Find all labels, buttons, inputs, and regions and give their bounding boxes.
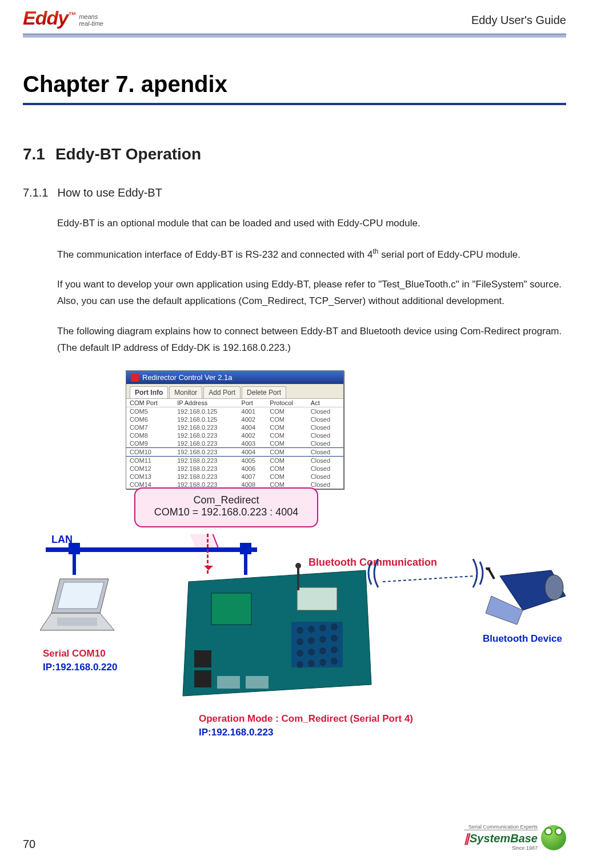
table-header-row: COM Port IP Address Port Protocol Act [126, 399, 343, 407]
svg-point-22 [319, 659, 326, 666]
svg-point-20 [296, 661, 303, 668]
paragraph-4: The following diagram explains how to co… [57, 323, 566, 357]
svg-point-11 [331, 623, 338, 630]
laptop-icon [40, 573, 120, 642]
tab-delete-port[interactable]: Delete Port [242, 386, 286, 398]
bluetooth-device-label: Bluetooth Device [483, 633, 562, 645]
table-row[interactable]: COM8192.168.0.2234002COMClosed [126, 431, 343, 439]
app-icon [131, 374, 139, 382]
antenna-icon [297, 567, 299, 590]
board-ip-label: IP:192.168.0.223 [199, 727, 273, 738]
section-number: 7.1 [23, 145, 45, 163]
svg-point-23 [331, 658, 338, 665]
svg-point-15 [331, 635, 338, 642]
company-since: Since 1987 [464, 845, 538, 851]
svg-point-10 [319, 625, 326, 631]
redirector-window: Redirector Control Ver 2.1a Port InfoMon… [126, 370, 344, 489]
company-name: SystemBase [470, 832, 538, 845]
bluetooth-dongle-icon [486, 567, 571, 630]
product-logo: Eddy™ meansreal-time [23, 7, 103, 29]
svg-point-17 [308, 649, 315, 655]
table-row[interactable]: COM5192.168.0.1254001COMClosed [126, 407, 343, 416]
svg-point-14 [319, 636, 326, 643]
table-row[interactable]: COM12192.168.0.2234006COMClosed [126, 465, 343, 473]
tab-add-port[interactable]: Add Port [203, 386, 241, 398]
svg-line-28 [383, 576, 474, 582]
subsection-heading: 7.1.1How to use Eddy-BT [23, 186, 566, 199]
tab-port-info[interactable]: Port Info [130, 386, 168, 398]
com-redirect-callout: Com_Redirect COM10 = 192.168.0.223 : 400… [134, 487, 318, 527]
redirector-titlebar: Redirector Control Ver 2.1a [126, 371, 343, 384]
svg-marker-1 [57, 582, 104, 609]
table-row[interactable]: COM7192.168.0.2234004COMClosed [126, 423, 343, 431]
redirector-table: COM Port IP Address Port Protocol Act CO… [126, 399, 343, 489]
tab-monitor[interactable]: Monitor [169, 386, 202, 398]
svg-rect-24 [194, 650, 211, 667]
table-row[interactable]: COM6192.168.0.1254002COMClosed [126, 415, 343, 423]
table-row[interactable]: COM11192.168.0.2234005COMClosed [126, 457, 343, 465]
lan-drop-line [73, 552, 76, 575]
svg-point-8 [296, 627, 303, 634]
svg-point-33 [545, 575, 563, 600]
subsection-title: How to use Eddy-BT [57, 186, 162, 199]
svg-point-13 [308, 637, 315, 644]
paragraph-3: If you want to develop your own applicat… [57, 277, 566, 310]
operation-mode-label: Operation Mode : Com_Redirect (Serial Po… [199, 713, 413, 725]
section-heading: 7.1Eddy-BT Operation [23, 145, 566, 163]
section-title: Eddy-BT Operation [55, 145, 201, 163]
svg-rect-27 [246, 676, 269, 689]
laptop-ip-label: IP:192.168.0.220 [43, 662, 117, 673]
table-row[interactable]: COM13192.168.0.2234007COMClosed [126, 473, 343, 481]
svg-rect-3 [57, 618, 97, 626]
chapter-heading: Chapter 7. apendix [23, 71, 566, 97]
header-divider [23, 37, 566, 37]
svg-rect-26 [217, 676, 240, 689]
wireless-waves-icon [366, 559, 491, 610]
svg-line-31 [488, 569, 494, 579]
redirector-tabs: Port InfoMonitorAdd PortDelete Port [126, 384, 343, 399]
eddy-dk-board-icon [177, 565, 377, 707]
page-number: 70 [23, 838, 35, 851]
frog-mascot-icon [541, 825, 566, 850]
page-footer: 70 Serial Communication Experts ∥SystemB… [23, 824, 566, 851]
svg-rect-5 [211, 593, 251, 625]
svg-point-9 [308, 626, 315, 633]
logo-tagline: meansreal-time [79, 13, 103, 29]
document-title: Eddy User's Guide [471, 14, 566, 29]
connection-diagram: Redirector Control Ver 2.1a Port InfoMon… [46, 370, 571, 782]
paragraph-2: The communication interface of Eddy-BT i… [57, 246, 566, 263]
svg-point-18 [319, 647, 326, 654]
svg-point-19 [331, 646, 338, 653]
company-tagline: Serial Communication Experts [464, 824, 538, 830]
svg-point-12 [296, 638, 303, 645]
chapter-divider [23, 103, 566, 105]
logo-wordmark: Eddy™ [23, 7, 75, 29]
paragraph-1: Eddy-BT is an optional module that can b… [57, 215, 566, 232]
company-logo: Serial Communication Experts ∥SystemBase… [464, 824, 566, 851]
table-row-selected[interactable]: COM10192.168.0.2234004COMClosed [126, 448, 343, 457]
page-header: Eddy™ meansreal-time Eddy User's Guide [23, 0, 566, 35]
svg-point-16 [296, 650, 303, 657]
table-row[interactable]: COM9192.168.0.2234003COMClosed [126, 439, 343, 448]
svg-rect-25 [194, 670, 211, 687]
svg-point-21 [308, 660, 315, 667]
serial-com-label: Serial COM10 [43, 648, 106, 659]
subsection-number: 7.1.1 [23, 186, 48, 199]
svg-rect-6 [297, 587, 337, 610]
